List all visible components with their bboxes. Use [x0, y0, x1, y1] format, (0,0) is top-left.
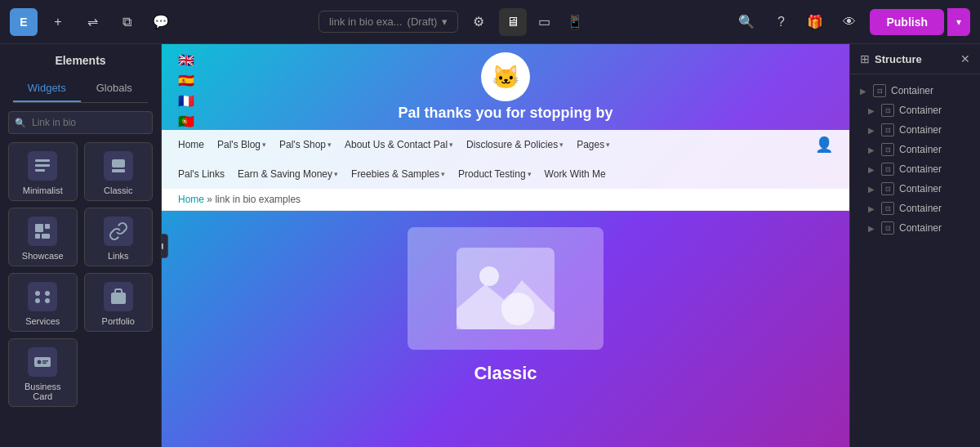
container-icon: ⊡ [881, 143, 894, 156]
doc-settings-button[interactable]: ⚙ [465, 8, 492, 36]
expand-arrow-icon: ▶ [868, 106, 876, 115]
settings-button[interactable]: ⇌ [78, 8, 106, 36]
container-icon: ⊡ [881, 221, 894, 235]
right-sidebar: ⊞ Structure ✕ ▶ ⊡ Container ▶ ⊡ Containe… [849, 44, 980, 447]
search-icon: 🔍 [15, 118, 26, 128]
desktop-view-button[interactable]: 🖥 [499, 8, 527, 36]
widget-classic[interactable]: Classic [84, 142, 154, 201]
struct-container-8[interactable]: ▶ ⊡ Container [850, 218, 980, 238]
svg-rect-0 [35, 159, 50, 162]
expand-arrow-icon: ▶ [868, 185, 876, 194]
services-widget-icon [28, 282, 57, 311]
svg-point-11 [35, 298, 40, 303]
canvas-body: Classic [162, 211, 849, 400]
nav-disclosure[interactable]: Disclosure & Policies ▾ [466, 139, 564, 150]
nav-product-testing[interactable]: Product Testing ▾ [458, 168, 532, 180]
doc-draft-text: (Draft) [408, 16, 438, 28]
struct-container-6[interactable]: ▶ ⊡ Container [850, 179, 980, 199]
collapse-sidebar-button[interactable]: ◀ [162, 234, 168, 258]
breadcrumb-home-link[interactable]: Home [178, 194, 204, 205]
language-flags: 🇬🇧 🇪🇸 🇫🇷 🇵🇹 [178, 52, 194, 129]
flag-uk[interactable]: 🇬🇧 [178, 52, 194, 68]
widget-business-card[interactable]: Business Card [8, 338, 78, 407]
expand-arrow-icon: ▶ [868, 145, 876, 154]
nav-row-1: Home Pal's Blog ▾ Pal's Shop ▾ About Us … [178, 130, 833, 159]
svg-point-12 [45, 298, 50, 303]
help-button[interactable]: ? [767, 8, 795, 36]
widget-minimalist[interactable]: Minimalist [8, 142, 78, 201]
portfolio-widget-icon [104, 282, 133, 311]
widget-portfolio[interactable]: Portfolio [84, 273, 154, 332]
nav-bar: Home Pal's Blog ▾ Pal's Shop ▾ About Us … [162, 130, 849, 189]
tab-globals[interactable]: Globals [81, 75, 149, 102]
preview-button[interactable]: 👁 [835, 8, 863, 36]
nav-pals-links[interactable]: Pal's Links [178, 168, 225, 180]
left-sidebar: Elements Widgets Globals 🔍 Minimalist Cl… [0, 44, 162, 447]
sidebar-title: Elements [13, 54, 148, 67]
image-placeholder [408, 227, 604, 350]
layers-button[interactable]: ⧉ [113, 8, 140, 36]
flag-pt[interactable]: 🇵🇹 [178, 114, 194, 129]
mobile-view-button[interactable]: 📱 [561, 8, 589, 36]
container-label-1: Container [891, 85, 933, 96]
chevron-icon: ▾ [449, 141, 453, 149]
search-button[interactable]: 🔍 [733, 8, 760, 36]
nav-freebies[interactable]: Freebies & Samples ▾ [351, 168, 445, 180]
widget-services[interactable]: Services [8, 273, 78, 332]
struct-container-5[interactable]: ▶ ⊡ Container [850, 159, 980, 179]
publish-button[interactable]: Publish [870, 9, 944, 35]
nav-work-with-me[interactable]: Work With Me [545, 168, 606, 180]
expand-arrow-icon: ▶ [868, 165, 876, 174]
chevron-icon: ▾ [262, 141, 266, 149]
flag-es[interactable]: 🇪🇸 [178, 73, 194, 88]
struct-container-2[interactable]: ▶ ⊡ Container [850, 101, 980, 120]
links-widget-icon [104, 217, 133, 246]
business-card-label: Business Card [14, 382, 72, 401]
layout-icon: ⊞ [860, 52, 870, 65]
nav-pals-blog[interactable]: Pal's Blog ▾ [217, 139, 266, 150]
svg-rect-6 [45, 224, 50, 229]
close-structure-button[interactable]: ✕ [960, 52, 970, 65]
container-icon: ⊡ [873, 84, 886, 97]
svg-rect-1 [35, 164, 50, 167]
device-switcher: 🖥 ▭ 📱 [499, 8, 589, 36]
comments-button[interactable]: 💬 [147, 8, 175, 36]
flag-fr[interactable]: 🇫🇷 [178, 93, 194, 109]
add-element-button[interactable]: + [44, 8, 72, 36]
svg-rect-8 [42, 234, 50, 239]
widget-links[interactable]: Links [84, 208, 154, 266]
business-card-widget-icon [28, 347, 57, 377]
gift-button[interactable]: 🎁 [801, 8, 829, 36]
user-account-icon[interactable]: 👤 [815, 136, 833, 154]
nav-earn-saving[interactable]: Earn & Saving Money ▾ [238, 168, 338, 180]
document-title[interactable]: link in bio exa... (Draft) ▾ [318, 11, 458, 33]
elementor-logo-button[interactable]: E [10, 8, 38, 36]
elementor-icon: E [20, 16, 27, 29]
struct-container-4[interactable]: ▶ ⊡ Container [850, 140, 980, 159]
search-input[interactable] [8, 111, 153, 134]
canvas-area: ◀ 🇬🇧 🇪🇸 🇫🇷 🇵🇹 🐱 Pal thanks you for stopp… [162, 44, 849, 447]
widget-grid: Minimalist Classic Showcase Links [0, 142, 161, 407]
struct-container-7[interactable]: ▶ ⊡ Container [850, 199, 980, 218]
nav-pages[interactable]: Pages ▾ [577, 139, 610, 150]
nav-home[interactable]: Home [178, 139, 204, 150]
nav-about-contact[interactable]: About Us & Contact Pal ▾ [345, 139, 453, 150]
struct-container-1[interactable]: ▶ ⊡ Container [850, 81, 980, 101]
container-icon: ⊡ [881, 163, 894, 176]
canvas-content[interactable]: ◀ 🇬🇧 🇪🇸 🇫🇷 🇵🇹 🐱 Pal thanks you for stopp… [162, 44, 849, 447]
svg-point-20 [501, 293, 534, 325]
tab-widgets[interactable]: Widgets [13, 75, 81, 102]
eye-icon: 👁 [843, 15, 856, 29]
struct-container-3[interactable]: ▶ ⊡ Container [850, 120, 980, 140]
breadcrumb: Home » link in bio examples [162, 189, 849, 211]
nav-pals-shop[interactable]: Pal's Shop ▾ [279, 139, 332, 150]
toolbar-center-section: link in bio exa... (Draft) ▾ ⚙ 🖥 ▭ 📱 [181, 8, 726, 36]
tablet-view-button[interactable]: ▭ [530, 8, 558, 36]
chevron-icon: ▾ [528, 170, 532, 178]
showcase-widget-icon [28, 217, 57, 246]
site-logo-area: 🐱 Pal thanks you for stopping by [398, 52, 612, 127]
svg-point-9 [35, 291, 40, 296]
publish-dropdown-button[interactable]: ▾ [947, 8, 970, 36]
widget-showcase[interactable]: Showcase [8, 208, 78, 266]
links-label: Links [108, 251, 129, 261]
